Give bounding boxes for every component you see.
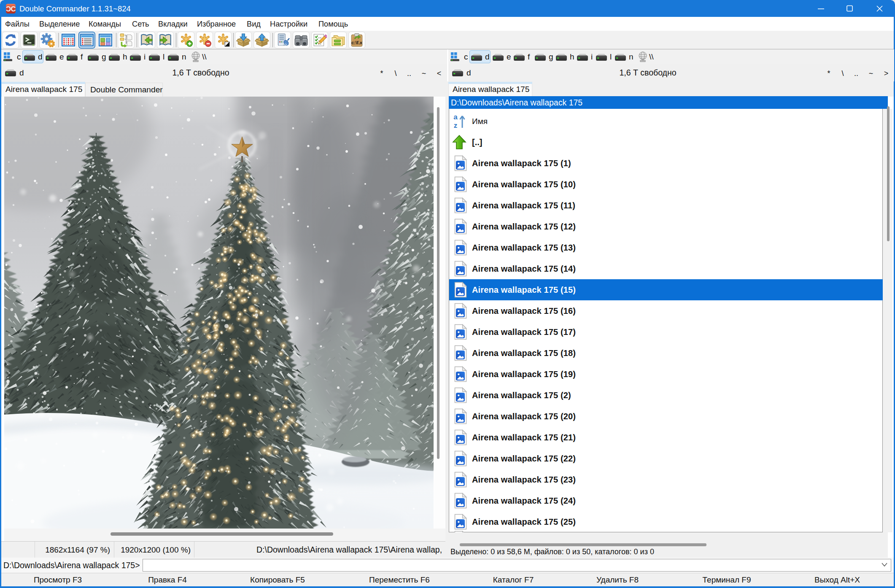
svg-text:z: z xyxy=(454,121,458,129)
svg-text:c:\f.x: c:\f.x xyxy=(351,40,363,45)
svg-text:C: C xyxy=(11,5,16,13)
svg-text:a: a xyxy=(453,113,458,121)
svg-text:C: C xyxy=(6,5,11,13)
